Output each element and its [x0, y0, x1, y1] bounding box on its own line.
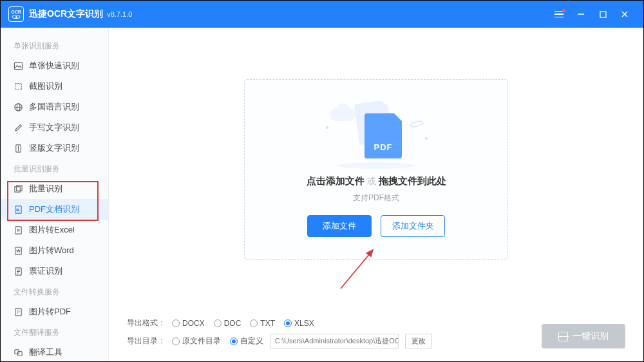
section-translate: 文件翻译服务: [1, 322, 108, 342]
drop-text-or: 或: [367, 176, 376, 186]
nav-receipt[interactable]: 票证识别: [1, 261, 108, 281]
nav-label: 单张快速识别: [29, 60, 79, 71]
radio-label: 原文件目录: [182, 336, 221, 347]
recognize-button[interactable]: 一键识别: [542, 324, 625, 348]
crop-icon: [14, 82, 23, 91]
nav-handwriting[interactable]: 手写文字识别: [1, 117, 108, 138]
svg-rect-16: [15, 247, 21, 254]
drop-text-drag: 拖拽文件到此处: [379, 175, 446, 186]
change-path-button[interactable]: 更改: [405, 334, 432, 348]
pen-icon: [14, 123, 23, 133]
globe-icon: [14, 102, 23, 112]
export-dir-group: 原文件目录 自定义: [172, 336, 263, 347]
export-dir-label: 导出目录：: [127, 336, 166, 347]
vertical-text-icon: [14, 144, 23, 153]
nav-single-quick[interactable]: 单张快速识别: [1, 55, 108, 76]
section-single: 单张识别服务: [1, 35, 108, 55]
format-txt[interactable]: TXT: [250, 319, 275, 328]
format-doc[interactable]: DOC: [214, 319, 242, 328]
nav-label: 图片转PDF: [29, 306, 71, 318]
drop-main-text: 点击添加文件或拖拽文件到此处: [307, 175, 446, 187]
nav-img-excel[interactable]: 图片转Excel: [1, 220, 108, 240]
minimize-icon: [577, 10, 585, 18]
output-path-field[interactable]: C:\Users\Administrator\desktop\迅捷OCR文: [270, 334, 399, 348]
nav-label: PDF文档识别: [29, 204, 79, 215]
nav-label: 多国语言识别: [29, 101, 79, 113]
btn-label: 一键识别: [573, 330, 609, 342]
svg-rect-1: [600, 12, 606, 17]
nav-label: 票证识别: [29, 265, 62, 277]
format-xlsx[interactable]: XLSX: [284, 319, 314, 328]
titlebar: OCR 迅捷OCR文字识别 v8.7.1.0: [1, 1, 643, 28]
drop-area[interactable]: PDF 点击添加文件或拖拽文件到此处 支持PDF格式 添加文件 添加文件夹: [244, 79, 508, 260]
receipt-icon: [14, 267, 23, 276]
scan-icon: [558, 332, 568, 341]
close-icon: [621, 10, 629, 18]
radio-label: TXT: [260, 319, 275, 328]
nav-img-word[interactable]: 图片转Word: [1, 240, 108, 261]
app-logo: OCR: [8, 6, 24, 22]
nav-pdf-ocr[interactable]: PDF文档识别: [1, 199, 108, 220]
radio-label: 自定义: [240, 336, 263, 347]
radio-label: DOC: [224, 319, 242, 328]
stack-icon: [14, 184, 23, 194]
menu-icon: [554, 11, 564, 18]
menu-button[interactable]: [548, 1, 570, 28]
nav-img-pdf[interactable]: P图片转PDF: [1, 301, 108, 322]
nav-label: 翻译工具: [29, 347, 62, 358]
btn-label: 添加文件: [323, 220, 356, 232]
add-folder-button[interactable]: 添加文件夹: [381, 215, 445, 237]
maximize-button[interactable]: [592, 1, 614, 28]
nav-vertical[interactable]: 竖版文字识别: [1, 138, 108, 158]
nav-screenshot[interactable]: 截图识别: [1, 76, 108, 97]
excel-icon: [14, 225, 23, 235]
svg-text:P: P: [17, 309, 20, 314]
nav-label: 图片转Excel: [29, 224, 75, 236]
nav-multilang[interactable]: 多国语言识别: [1, 97, 108, 117]
nav-label: 手写文字识别: [29, 122, 79, 133]
svg-rect-4: [14, 62, 22, 69]
image-icon: [14, 61, 23, 71]
section-convert: 文件转换服务: [1, 281, 108, 301]
nav-batch[interactable]: 批量识别: [1, 178, 108, 199]
radio-label: DOCX: [182, 319, 205, 328]
content-area: PDF 点击添加文件或拖拽文件到此处 支持PDF格式 添加文件 添加文件夹 导出…: [109, 28, 643, 362]
format-docx[interactable]: DOCX: [172, 319, 205, 328]
dir-custom[interactable]: 自定义: [230, 336, 263, 347]
p-file-icon: P: [14, 307, 23, 317]
export-format-group: DOCX DOC TXT XLSX: [172, 319, 314, 328]
translate-icon: [14, 348, 23, 357]
maximize-icon: [600, 11, 607, 18]
radio-label: XLSX: [294, 319, 314, 328]
app-version: v8.7.1.0: [107, 10, 132, 18]
minimize-button[interactable]: [570, 1, 592, 28]
word-icon: [14, 246, 23, 256]
nav-label: 批量识别: [29, 183, 62, 195]
close-button[interactable]: [614, 1, 636, 28]
nav-label: 图片转Word: [29, 245, 74, 256]
pdf-illustration: PDF: [325, 102, 428, 166]
drop-sub-text: 支持PDF格式: [353, 193, 399, 204]
nav-label: 截图识别: [29, 81, 62, 92]
nav-label: 竖版文字识别: [29, 142, 79, 154]
nav-translate[interactable]: 翻译工具: [1, 342, 108, 362]
svg-rect-5: [15, 83, 21, 89]
svg-rect-11: [15, 186, 20, 191]
btn-label: 添加文件夹: [392, 220, 434, 232]
section-batch: 批量识别服务: [1, 158, 108, 178]
sidebar: 单张识别服务 单张快速识别 截图识别 多国语言识别 手写文字识别 竖版文字识别 …: [1, 28, 109, 362]
pdf-icon: [14, 205, 23, 214]
app-title: 迅捷OCR文字识别: [29, 8, 103, 20]
add-file-button[interactable]: 添加文件: [307, 215, 372, 237]
drop-text-click: 点击添加文件: [307, 175, 365, 186]
svg-rect-12: [17, 185, 22, 190]
export-format-label: 导出格式：: [127, 318, 166, 329]
logo-text: OCR: [11, 10, 21, 14]
dir-original[interactable]: 原文件目录: [172, 336, 221, 347]
pdf-badge: PDF: [374, 142, 393, 152]
